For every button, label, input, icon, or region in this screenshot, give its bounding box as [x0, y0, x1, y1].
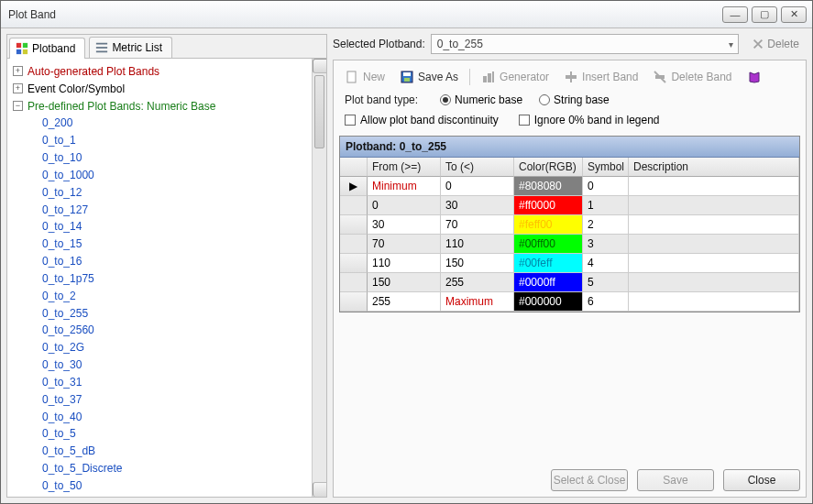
tree-toggle-icon[interactable]: + [13, 66, 23, 76]
cell-symbol[interactable]: 0 [583, 177, 629, 196]
tree-item[interactable]: 0_to_14 [9, 217, 310, 235]
scroll-down-button[interactable]: ▼ [313, 482, 326, 497]
close-window-button[interactable]: ✕ [781, 6, 807, 23]
tree-item[interactable]: 0_to_5 [9, 424, 310, 442]
generator-button[interactable]: Generator [478, 68, 553, 86]
tab-metric-list[interactable]: Metric List [89, 37, 172, 58]
cell-to[interactable]: 150 [441, 254, 514, 273]
cell-symbol[interactable]: 1 [583, 196, 629, 215]
cell-symbol[interactable]: 3 [583, 235, 629, 254]
table-row[interactable]: 150255#0000ff5 [340, 273, 799, 292]
tree-node[interactable]: −Pre-defined Plot Bands: Numeric Base [9, 97, 310, 115]
maximize-button[interactable]: ▢ [752, 6, 777, 23]
cell-symbol[interactable]: 2 [583, 215, 629, 235]
close-button[interactable]: Close [723, 469, 800, 491]
tree-node[interactable]: +Event Color/Symbol [9, 80, 310, 97]
help-button[interactable] [743, 68, 765, 86]
tree-item[interactable]: 0_to_10 [9, 148, 310, 166]
selected-plotband-combo[interactable]: 0_to_255 [431, 34, 740, 54]
cell-to[interactable]: 70 [441, 215, 514, 235]
tree-item[interactable]: 0_to_15 [9, 235, 310, 252]
scroll-thumb[interactable] [314, 75, 324, 148]
cell-to[interactable]: Maximum [441, 292, 514, 312]
cell-from[interactable]: 30 [368, 215, 441, 235]
cell-color[interactable]: #000000 [514, 292, 583, 312]
list-icon [95, 41, 108, 54]
cell-description[interactable] [629, 254, 799, 273]
cell-color[interactable]: #00ff00 [514, 235, 583, 254]
new-button[interactable]: New [341, 68, 389, 86]
radio-string-base[interactable]: String base [539, 93, 610, 106]
cell-from[interactable]: 110 [368, 254, 441, 273]
delete-plotband-button[interactable]: Delete [744, 35, 807, 53]
cell-from[interactable]: 0 [368, 196, 441, 215]
cell-from[interactable]: 255 [368, 292, 441, 312]
tab-plotband[interactable]: Plotband [9, 38, 85, 59]
select-close-button[interactable]: Select & Close [551, 469, 628, 491]
table-row[interactable]: 255Maximum#0000006 [340, 292, 799, 312]
cell-to[interactable]: 110 [441, 235, 514, 254]
tree-item[interactable]: 0_to_1p75 [9, 269, 310, 287]
tree-node[interactable]: +Auto-generated Plot Bands [9, 62, 310, 80]
tree-item[interactable]: 0_to_2G [9, 338, 310, 356]
save-as-button[interactable]: Save As [396, 68, 462, 86]
table-row[interactable]: 70110#00ff003 [340, 235, 799, 254]
cell-symbol[interactable]: 6 [583, 292, 629, 312]
svg-rect-10 [404, 78, 410, 82]
cell-color[interactable]: #feff00 [514, 215, 583, 235]
cell-from[interactable]: Minimum [368, 177, 441, 196]
tree-item[interactable]: 0_to_63 [9, 494, 310, 497]
tree-item[interactable]: 0_to_2560 [9, 321, 310, 338]
cell-color[interactable]: #ff0000 [514, 196, 583, 215]
tree-item[interactable]: 0_to_16 [9, 252, 310, 269]
plotband-tree[interactable]: +Auto-generated Plot Bands+Event Color/S… [7, 59, 312, 497]
tree-item[interactable]: 0_to_50 [9, 477, 310, 494]
cell-to[interactable]: 0 [441, 177, 514, 196]
cell-symbol[interactable]: 4 [583, 254, 629, 273]
cell-description[interactable] [629, 273, 799, 292]
tree-item[interactable]: 0_to_37 [9, 390, 310, 408]
checkbox-discontinuity[interactable]: Allow plot band discontinuity [345, 114, 499, 126]
titlebar: Plot Band — ▢ ✕ [1, 1, 812, 28]
tree-item[interactable]: 0_to_12 [9, 183, 310, 201]
scroll-up-button[interactable]: ▲ [313, 59, 326, 73]
cell-color[interactable]: #0000ff [514, 273, 583, 292]
cell-description[interactable] [629, 292, 799, 312]
cell-color[interactable]: #00feff [514, 254, 583, 273]
tree-scrollbar[interactable]: ▲ ▼ [312, 59, 326, 497]
tree-item[interactable]: 0_200 [9, 114, 310, 131]
radio-numeric-base[interactable]: Numeric base [440, 93, 522, 106]
delete-band-button[interactable]: Delete Band [649, 68, 735, 86]
cell-color[interactable]: #808080 [514, 177, 583, 196]
table-row[interactable]: ▶Minimum0#8080800 [340, 177, 799, 196]
col-symbol: Symbol [583, 158, 629, 177]
tree-toggle-icon[interactable]: + [13, 83, 23, 93]
tree-item[interactable]: 0_to_255 [9, 304, 310, 322]
tree-item[interactable]: 0_to_40 [9, 408, 310, 425]
cell-description[interactable] [629, 215, 799, 235]
cell-description[interactable] [629, 177, 799, 196]
tree-item[interactable]: 0_to_31 [9, 373, 310, 390]
cell-to[interactable]: 30 [441, 196, 514, 215]
cell-description[interactable] [629, 196, 799, 215]
table-row[interactable]: 110150#00feff4 [340, 254, 799, 273]
table-row[interactable]: 3070#feff002 [340, 215, 799, 235]
cell-from[interactable]: 150 [368, 273, 441, 292]
tree-item[interactable]: 0_to_30 [9, 356, 310, 373]
tree-toggle-icon[interactable]: − [13, 101, 23, 111]
checkbox-ignore-legend[interactable]: Ignore 0% band in legend [519, 114, 660, 126]
cell-from[interactable]: 70 [368, 235, 441, 254]
tree-item[interactable]: 0_to_127 [9, 201, 310, 218]
cell-description[interactable] [629, 235, 799, 254]
tree-item[interactable]: 0_to_1000 [9, 166, 310, 183]
tree-item[interactable]: 0_to_5_dB [9, 442, 310, 459]
insert-band-button[interactable]: Insert Band [560, 68, 642, 86]
tree-item[interactable]: 0_to_5_Discrete [9, 459, 310, 477]
tree-item[interactable]: 0_to_1 [9, 131, 310, 148]
cell-symbol[interactable]: 5 [583, 273, 629, 292]
save-button[interactable]: Save [637, 469, 714, 491]
tree-item[interactable]: 0_to_2 [9, 287, 310, 304]
table-row[interactable]: 030#ff00001 [340, 196, 799, 215]
minimize-button[interactable]: — [722, 6, 748, 23]
cell-to[interactable]: 255 [441, 273, 514, 292]
